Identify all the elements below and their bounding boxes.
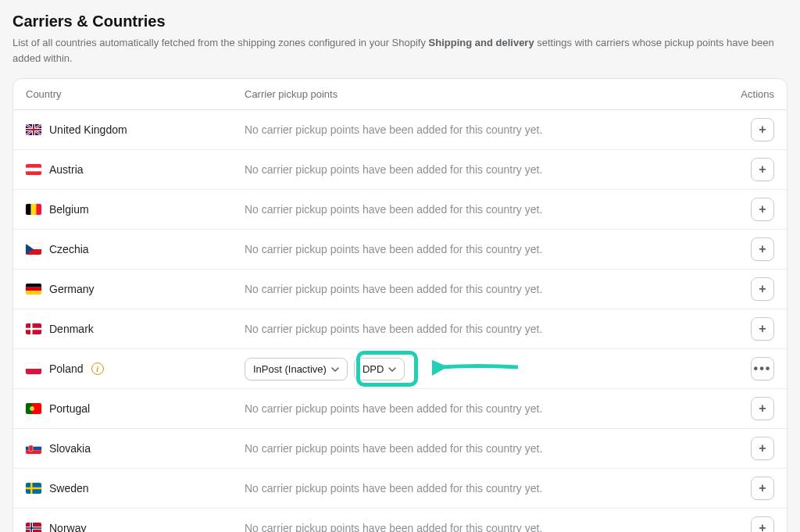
svg-rect-20: [26, 447, 41, 451]
table-row: Austria No carrier pickup points have be…: [13, 150, 787, 190]
add-button[interactable]: +: [751, 477, 774, 500]
flag-icon: [26, 124, 41, 135]
carrier-dropdown-dpd[interactable]: DPD: [354, 358, 405, 380]
empty-carrier-text: No carrier pickup points have been added…: [245, 243, 542, 255]
country-cell-at: Austria: [26, 163, 245, 176]
svg-rect-21: [26, 450, 41, 454]
svg-rect-5: [36, 204, 41, 215]
country-cell-no: Norway: [26, 522, 245, 532]
flag-icon: [26, 363, 41, 374]
svg-rect-14: [26, 363, 41, 369]
country-cell-de: Germany: [26, 283, 245, 295]
svg-rect-24: [26, 487, 41, 490]
add-button[interactable]: +: [751, 317, 774, 341]
add-button[interactable]: +: [751, 277, 774, 301]
add-button[interactable]: +: [751, 437, 774, 460]
empty-carrier-text: No carrier pickup points have been added…: [245, 323, 542, 335]
add-button[interactable]: +: [751, 158, 774, 181]
country-name: Czechia: [49, 243, 89, 255]
add-button[interactable]: +: [751, 198, 774, 221]
country-cell-sk: Slovakia: [26, 442, 245, 455]
flag-icon: [26, 403, 41, 414]
table-row: Denmark No carrier pickup points have be…: [13, 309, 787, 349]
table-row: Poland i InPost (Inactive) DPD: [13, 349, 787, 389]
empty-carrier-text: No carrier pickup points have been added…: [245, 402, 542, 415]
col-header-country: Country: [26, 88, 245, 100]
table-row: Germany No carrier pickup points have be…: [13, 270, 787, 309]
svg-rect-4: [31, 204, 37, 215]
country-cell-se: Sweden: [26, 482, 245, 495]
chevron-down-icon: [388, 364, 396, 376]
flag-icon: [26, 244, 41, 255]
table-row: Portugal No carrier pickup points have b…: [13, 389, 787, 429]
country-name: Poland: [49, 362, 84, 375]
flag-icon: [26, 164, 41, 175]
empty-carrier-text: No carrier pickup points have been added…: [245, 442, 542, 455]
flag-icon: [26, 443, 41, 454]
svg-rect-8: [26, 284, 41, 287]
svg-rect-9: [26, 287, 41, 291]
country-name: Portugal: [49, 402, 90, 415]
country-name: Austria: [49, 163, 84, 176]
carrier-chip-label: DPD: [362, 363, 384, 375]
add-button[interactable]: +: [751, 237, 774, 261]
desc-bold: Shipping and delivery: [429, 37, 534, 48]
svg-rect-13: [26, 328, 41, 330]
svg-point-18: [30, 407, 34, 411]
more-actions-button[interactable]: •••: [751, 357, 774, 380]
empty-carrier-text: No carrier pickup points have been added…: [245, 123, 542, 136]
flag-icon: [26, 523, 41, 532]
country-name: Germany: [49, 283, 95, 295]
carrier-dropdown-inpost[interactable]: InPost (Inactive): [245, 358, 348, 380]
svg-rect-2: [26, 168, 41, 172]
countries-card: Country Carrier pickup points Actions Un…: [12, 78, 788, 532]
svg-rect-28: [31, 523, 33, 532]
page-title: Carriers & Countries: [12, 12, 788, 30]
country-cell-dk: Denmark: [26, 323, 245, 335]
table-header: Country Carrier pickup points Actions: [13, 79, 787, 110]
flag-icon: [26, 284, 41, 295]
flag-icon: [26, 204, 41, 215]
add-button[interactable]: +: [751, 118, 774, 141]
add-button[interactable]: +: [751, 516, 774, 532]
country-cell-be: Belgium: [26, 203, 245, 216]
country-name: Sweden: [49, 482, 89, 495]
flag-icon: [26, 483, 41, 494]
svg-rect-19: [26, 443, 41, 447]
empty-carrier-text: No carrier pickup points have been added…: [245, 203, 542, 216]
empty-carrier-text: No carrier pickup points have been added…: [245, 283, 542, 295]
carrier-chip-label: InPost (Inactive): [253, 363, 327, 375]
country-name: United Kingdom: [49, 123, 127, 136]
page-description: List of all countries automatically fetc…: [12, 35, 778, 66]
table-row: Czechia No carrier pickup points have be…: [13, 230, 787, 270]
add-button[interactable]: +: [751, 397, 774, 420]
table-row: Sweden No carrier pickup points have bee…: [13, 469, 787, 509]
table-row: Belgium No carrier pickup points have be…: [13, 190, 787, 230]
country-cell-cz: Czechia: [26, 243, 245, 255]
country-cell-gb: United Kingdom: [26, 123, 245, 136]
country-cell-pt: Portugal: [26, 402, 245, 415]
svg-rect-10: [26, 291, 41, 295]
flag-icon: [26, 323, 41, 334]
desc-pre: List of all countries automatically fetc…: [12, 37, 429, 48]
country-name: Norway: [49, 522, 86, 532]
table-row: United Kingdom No carrier pickup points …: [13, 110, 787, 150]
chevron-down-icon: [331, 364, 339, 376]
svg-rect-29: [26, 527, 41, 529]
svg-rect-3: [26, 204, 31, 215]
info-icon[interactable]: i: [91, 362, 104, 375]
empty-carrier-text: No carrier pickup points have been added…: [245, 482, 542, 495]
table-row: Norway No carrier pickup points have bee…: [13, 509, 787, 532]
svg-rect-15: [26, 369, 41, 374]
country-name: Belgium: [49, 203, 89, 216]
empty-carrier-text: No carrier pickup points have been added…: [245, 163, 542, 176]
country-name: Slovakia: [49, 442, 91, 455]
annotation-arrow: [432, 355, 526, 382]
col-header-actions: Actions: [712, 88, 774, 100]
country-cell-pl: Poland i: [26, 362, 245, 375]
col-header-carrier: Carrier pickup points: [245, 88, 712, 100]
carrier-cell: InPost (Inactive) DPD: [245, 358, 712, 380]
carrier-cell: No carrier pickup points have been added…: [245, 123, 712, 136]
table-row: Slovakia No carrier pickup points have b…: [13, 429, 787, 469]
empty-carrier-text: No carrier pickup points have been added…: [245, 522, 542, 532]
